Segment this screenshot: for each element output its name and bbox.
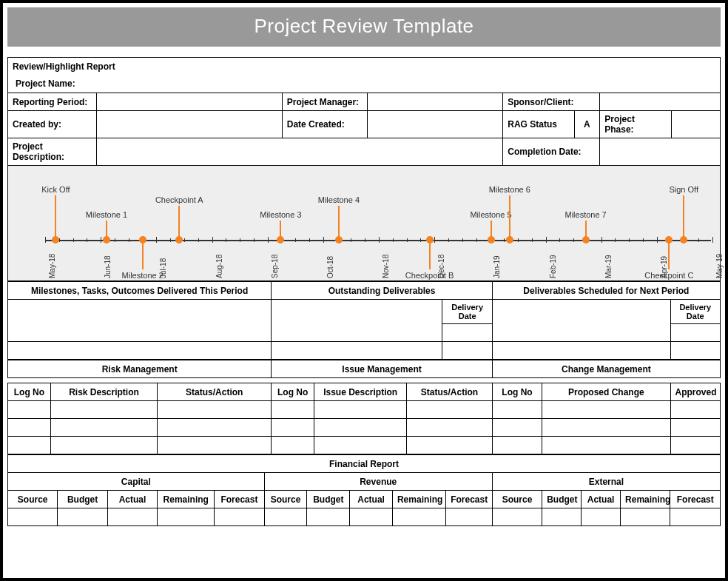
log-no-header: Log No bbox=[272, 383, 314, 401]
milestone-label: Milestone 4 bbox=[318, 195, 360, 204]
cell[interactable] bbox=[50, 437, 157, 454]
project-manager-label: Project Manager: bbox=[282, 93, 368, 111]
deliverables-cell[interactable] bbox=[8, 342, 272, 360]
source-header: Source bbox=[492, 491, 542, 508]
tick-label: Nov-18 bbox=[382, 255, 390, 278]
next-period-item[interactable] bbox=[492, 300, 670, 342]
project-phase-value[interactable] bbox=[671, 111, 720, 138]
milestone-label: Milestone 5 bbox=[470, 210, 511, 219]
cell[interactable] bbox=[492, 437, 542, 454]
cell[interactable] bbox=[542, 508, 582, 526]
cell[interactable] bbox=[492, 401, 542, 419]
change-mgmt-header: Change Management bbox=[492, 360, 720, 378]
reporting-period-value[interactable] bbox=[97, 93, 282, 111]
tick-label: May-19 bbox=[715, 254, 724, 278]
rag-status-value: A bbox=[574, 111, 600, 138]
cell[interactable] bbox=[492, 419, 542, 437]
cell[interactable] bbox=[307, 508, 350, 526]
milestone-label: Checkpoint A bbox=[155, 195, 203, 204]
cell[interactable] bbox=[314, 437, 407, 454]
next-period-item[interactable] bbox=[492, 342, 670, 360]
cell[interactable] bbox=[492, 508, 542, 526]
tick-label: Sep-18 bbox=[271, 255, 279, 278]
tick-label: Feb-19 bbox=[549, 255, 557, 278]
cell[interactable] bbox=[8, 401, 51, 419]
status-action-header: Status/Action bbox=[158, 383, 272, 401]
cell[interactable] bbox=[215, 508, 264, 526]
delivery-date-value[interactable] bbox=[670, 342, 720, 360]
management-detail-table: Log No Risk Description Status/Action Lo… bbox=[7, 383, 721, 454]
cell[interactable] bbox=[272, 437, 314, 454]
cell[interactable] bbox=[158, 437, 272, 454]
cell[interactable] bbox=[350, 508, 393, 526]
cell[interactable] bbox=[542, 437, 670, 454]
completion-date-value[interactable] bbox=[600, 138, 721, 166]
cell[interactable] bbox=[542, 401, 670, 419]
cell[interactable] bbox=[407, 401, 493, 419]
rag-status-label: RAG Status bbox=[503, 111, 574, 138]
page-title: Project Review Template bbox=[254, 15, 473, 37]
cell[interactable] bbox=[107, 508, 157, 526]
cell[interactable] bbox=[582, 508, 621, 526]
cell[interactable] bbox=[542, 419, 670, 437]
deliverables-col2-header: Outstanding Deliverables bbox=[272, 282, 493, 300]
project-description-value[interactable] bbox=[97, 138, 503, 166]
created-by-value[interactable] bbox=[97, 111, 282, 138]
cell[interactable] bbox=[50, 401, 157, 419]
issue-desc-header: Issue Description bbox=[314, 383, 407, 401]
cell[interactable] bbox=[158, 419, 272, 437]
tick-label: Oct-18 bbox=[326, 256, 334, 278]
cell[interactable] bbox=[314, 401, 407, 419]
outstanding-item[interactable] bbox=[272, 342, 442, 360]
cell[interactable] bbox=[8, 508, 58, 526]
cell[interactable] bbox=[272, 419, 314, 437]
cell[interactable] bbox=[58, 508, 107, 526]
cell[interactable] bbox=[670, 437, 720, 454]
sponsor-client-label: Sponsor/Client: bbox=[503, 93, 600, 111]
log-no-header: Log No bbox=[8, 383, 51, 401]
budget-header: Budget bbox=[542, 491, 582, 508]
project-manager-value[interactable] bbox=[368, 93, 503, 111]
milestone-label: Milestone 3 bbox=[260, 210, 301, 219]
cell[interactable] bbox=[272, 401, 314, 419]
cell[interactable] bbox=[670, 401, 720, 419]
cell[interactable] bbox=[8, 437, 51, 454]
delivery-date-value[interactable] bbox=[670, 324, 720, 342]
date-created-label: Date Created: bbox=[282, 111, 368, 138]
milestone-label: Milestone 1 bbox=[86, 210, 127, 219]
remaining-header: Remaining bbox=[392, 491, 445, 508]
issue-mgmt-header: Issue Management bbox=[272, 360, 493, 378]
milestone-label: Milestone 2 bbox=[122, 271, 164, 280]
actual-header: Actual bbox=[107, 491, 157, 508]
cell[interactable] bbox=[407, 437, 493, 454]
tick-label: Jun-18 bbox=[104, 255, 112, 278]
cell[interactable] bbox=[621, 508, 670, 526]
cell[interactable] bbox=[264, 508, 307, 526]
milestone-label: Sign Off bbox=[669, 185, 698, 194]
cell[interactable] bbox=[158, 508, 215, 526]
delivery-date-value[interactable] bbox=[442, 324, 492, 342]
date-created-value[interactable] bbox=[368, 111, 503, 138]
title-bar: Project Review Template bbox=[7, 7, 721, 47]
report-title: Review/Highlight Report bbox=[8, 58, 721, 75]
cell[interactable] bbox=[158, 401, 272, 419]
log-no-header: Log No bbox=[492, 383, 542, 401]
cell[interactable] bbox=[314, 419, 407, 437]
milestone-label: Checkpoint B bbox=[405, 271, 454, 280]
tick-label: Jan-19 bbox=[493, 255, 501, 278]
delivery-date-value[interactable] bbox=[442, 342, 492, 360]
cell[interactable] bbox=[50, 419, 157, 437]
cell[interactable] bbox=[392, 508, 445, 526]
cell[interactable] bbox=[8, 419, 51, 437]
sponsor-client-value[interactable] bbox=[600, 93, 721, 111]
revenue-header: Revenue bbox=[264, 473, 492, 491]
cell[interactable] bbox=[407, 419, 493, 437]
cell[interactable] bbox=[446, 508, 493, 526]
actual-header: Actual bbox=[350, 491, 393, 508]
cell[interactable] bbox=[670, 508, 721, 526]
reporting-period-label: Reporting Period: bbox=[8, 93, 97, 111]
document-frame: Project Review Template Review/Highlight… bbox=[0, 0, 728, 581]
cell[interactable] bbox=[670, 419, 720, 437]
deliverables-cell[interactable] bbox=[8, 300, 272, 342]
outstanding-item[interactable] bbox=[272, 300, 442, 342]
